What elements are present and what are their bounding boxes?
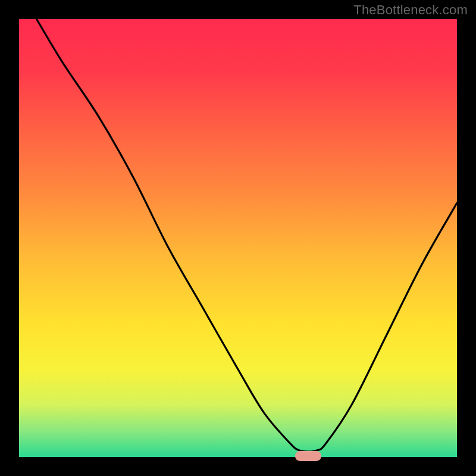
gradient-background — [19, 19, 457, 457]
watermark-text: TheBottleneck.com — [353, 2, 468, 18]
bottleneck-chart: TheBottleneck.com — [0, 0, 476, 476]
bottleneck-marker — [295, 451, 321, 462]
chart-svg — [19, 19, 457, 457]
plot-area — [19, 19, 457, 457]
